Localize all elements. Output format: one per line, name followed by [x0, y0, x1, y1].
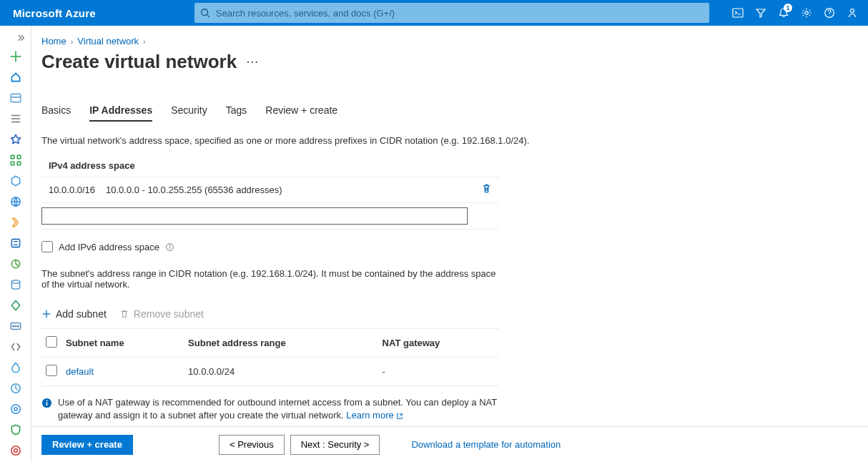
rail-dashboard-icon[interactable]: [6, 89, 25, 107]
svg-point-29: [14, 449, 17, 453]
svg-point-32: [169, 245, 170, 245]
rail-globe-icon[interactable]: [6, 192, 25, 211]
breadcrumb: Home › Virtual network ›: [41, 36, 868, 46]
svg-rect-15: [11, 162, 14, 165]
svg-rect-14: [17, 155, 21, 159]
more-actions-icon[interactable]: ···: [247, 56, 260, 68]
rail-drop-icon[interactable]: [6, 358, 25, 377]
nat-info: Use of a NAT gateway is recommended for …: [41, 396, 506, 422]
delete-address-space-button[interactable]: [481, 183, 492, 196]
ipv4-address-space-header: IPv4 address space: [41, 160, 556, 171]
plus-icon: [41, 309, 51, 319]
cloud-shell-icon[interactable]: [726, 0, 749, 26]
rail-orb-icon[interactable]: [6, 400, 25, 418]
tab-tags[interactable]: Tags: [226, 104, 247, 122]
select-subnet-checkbox[interactable]: [46, 365, 57, 376]
subnet-range-cell: 10.0.0.0/24: [184, 358, 378, 386]
breadcrumb-virtual-network[interactable]: Virtual network: [77, 36, 139, 46]
tab-basics[interactable]: Basics: [41, 104, 71, 122]
svg-rect-13: [11, 155, 14, 159]
rail-grid-icon[interactable]: [6, 151, 25, 169]
rail-code-icon[interactable]: [6, 338, 25, 356]
previous-button[interactable]: < Previous: [219, 435, 285, 455]
breadcrumb-home[interactable]: Home: [41, 36, 66, 46]
rail-diamond-icon[interactable]: [6, 296, 25, 315]
rail-ring-icon[interactable]: [6, 441, 25, 460]
svg-point-23: [15, 325, 16, 327]
brand-label[interactable]: Microsoft Azure: [0, 7, 109, 19]
svg-point-37: [46, 400, 48, 401]
next-button[interactable]: Next : Security >: [290, 435, 380, 455]
info-icon: [41, 398, 52, 408]
topbar-icon-group: 1: [726, 0, 868, 26]
rail-keyboard-icon[interactable]: [6, 317, 25, 335]
rail-sql-icon[interactable]: [6, 234, 25, 252]
wizard-tabs: Basics IP Addresses Security Tags Review…: [41, 104, 868, 122]
notifications-icon[interactable]: 1: [772, 0, 795, 26]
svg-rect-8: [11, 94, 21, 102]
rail-function-icon[interactable]: [6, 213, 25, 232]
svg-point-3: [805, 11, 808, 14]
tab-security[interactable]: Security: [171, 104, 207, 122]
directory-filter-icon[interactable]: [749, 0, 772, 26]
rail-disk-icon[interactable]: [6, 275, 25, 294]
trash-icon: [119, 309, 129, 319]
chevron-right-icon: ›: [71, 37, 74, 46]
tab-review-create[interactable]: Review + create: [265, 104, 337, 122]
subnet-nat-cell: -: [378, 358, 499, 386]
svg-point-0: [202, 9, 208, 16]
svg-point-5: [851, 9, 854, 13]
address-space-row[interactable]: 10.0.0.0/16 10.0.0.0 - 10.0.255.255 (655…: [41, 177, 499, 202]
rail-home-icon[interactable]: [6, 68, 25, 87]
page-title-text: Create virtual network: [41, 51, 237, 73]
tab-ip-addresses[interactable]: IP Addresses: [89, 104, 152, 122]
new-address-space-input[interactable]: [41, 207, 468, 225]
chevron-right-double-icon: [16, 34, 25, 42]
notification-count-badge: 1: [784, 4, 792, 12]
expand-rail-button[interactable]: [0, 30, 31, 45]
rail-list-icon[interactable]: [6, 109, 25, 128]
search-icon: [200, 8, 210, 18]
review-create-button[interactable]: Review + create: [41, 435, 133, 455]
add-subnet-button[interactable]: Add subnet: [41, 308, 107, 320]
global-search[interactable]: [194, 3, 709, 23]
address-space-range: 10.0.0.0 - 10.0.255.255 (65536 addresses…: [106, 185, 481, 195]
nat-info-text: Use of a NAT gateway is recommended for …: [58, 397, 497, 421]
add-ipv6-label: Add IPv6 address space: [59, 242, 159, 252]
rail-cube-icon[interactable]: [6, 172, 25, 190]
external-link-icon: [396, 413, 403, 420]
learn-more-link[interactable]: Learn more: [346, 410, 403, 421]
svg-line-1: [207, 15, 209, 18]
search-input[interactable]: [216, 3, 709, 23]
rail-plus-icon[interactable]: [6, 47, 25, 66]
top-bar: Microsoft Azure 1: [0, 0, 868, 26]
download-template-link[interactable]: Download a template for automation: [411, 439, 561, 450]
trash-icon: [481, 183, 492, 194]
subnet-table: Subnet name Subnet address range NAT gat…: [41, 328, 499, 386]
rail-shield-icon[interactable]: [6, 421, 25, 439]
rail-radar-icon[interactable]: [6, 255, 25, 273]
help-icon[interactable]: [818, 0, 841, 26]
rail-clock-icon[interactable]: [6, 379, 25, 398]
add-ipv6-checkbox[interactable]: [41, 241, 53, 252]
address-space-table: 10.0.0.0/16 10.0.0.0 - 10.0.255.255 (655…: [41, 177, 499, 230]
rail-star-icon[interactable]: [6, 130, 25, 149]
subnet-name-header: Subnet name: [61, 329, 184, 358]
remove-subnet-button[interactable]: Remove subnet: [119, 308, 204, 320]
subnet-row: default 10.0.0.0/24 -: [41, 358, 499, 386]
settings-icon[interactable]: [795, 0, 818, 26]
info-icon[interactable]: [165, 242, 174, 252]
subnet-name-link[interactable]: default: [66, 366, 94, 377]
add-subnet-label: Add subnet: [56, 308, 107, 320]
subnet-nat-header: NAT gateway: [378, 329, 499, 358]
svg-point-27: [14, 408, 17, 411]
address-space-cidr: 10.0.0.0/16: [49, 185, 106, 195]
svg-point-24: [17, 325, 19, 327]
feedback-icon[interactable]: [841, 0, 864, 26]
svg-point-28: [11, 446, 19, 455]
svg-rect-18: [11, 239, 19, 247]
select-all-subnets-checkbox[interactable]: [46, 336, 57, 348]
svg-point-26: [11, 405, 19, 413]
subnet-range-header: Subnet address range: [184, 329, 378, 358]
svg-point-20: [11, 280, 19, 284]
